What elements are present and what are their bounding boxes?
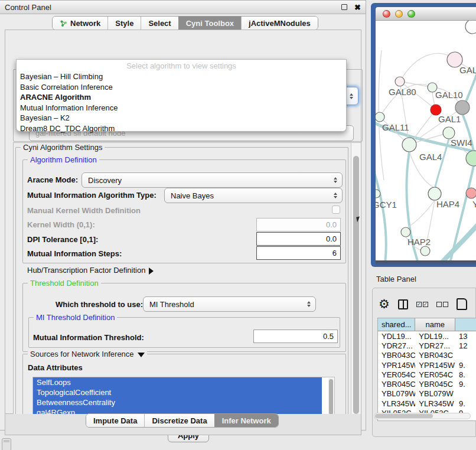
table-cell[interactable] [455, 351, 476, 360]
dpi-tolerance-field[interactable]: 0.0 [256, 232, 341, 246]
table-cell[interactable]: YBL079W [378, 389, 415, 399]
mi-threshold-field[interactable]: 0.5 [253, 330, 338, 343]
table-row[interactable]: YBL079WYBL079W [378, 389, 476, 399]
network-node[interactable] [376, 190, 380, 198]
hub-definition-toggle[interactable]: Hub/Transcription Factor Definition [27, 266, 154, 275]
tab-select[interactable]: Select [141, 17, 178, 30]
data-attributes-list[interactable]: SelfLoopsTopologicalCoefficientBetweenne… [32, 377, 335, 418]
table-cell[interactable]: 9. [455, 399, 476, 408]
network-node[interactable] [455, 100, 470, 115]
table-cell[interactable]: YLR345W [378, 399, 415, 408]
network-node[interactable] [402, 138, 416, 152]
mi-steps-field[interactable]: 6 [256, 246, 341, 260]
table-cell[interactable]: YDL19... [415, 331, 455, 341]
algorithm-option-bayesian-k2[interactable]: Bayesian – K2 [17, 113, 346, 123]
mi-steps-value: 6 [332, 249, 337, 257]
column-header-shared[interactable]: shared... [378, 318, 415, 331]
network-node[interactable] [428, 187, 441, 200]
tab-network[interactable]: Network [53, 17, 107, 30]
table-row[interactable]: YLR345WYLR345W9. [378, 399, 476, 408]
node-label-gal4: GAL4 [419, 152, 442, 162]
table-cell[interactable] [455, 389, 476, 399]
table-row[interactable]: YPR145WYPR145W9. [378, 360, 476, 370]
tab-cyni-toolbox[interactable]: Cyni Toolbox [178, 17, 241, 30]
algorithm-option-aracne-algorithm[interactable]: ARACNE Algorithm [17, 92, 346, 103]
tab-select-label: Select [148, 19, 171, 28]
table-row[interactable]: YBR043CYBR043C [378, 351, 476, 360]
table-cell[interactable]: YPR145W [378, 360, 415, 370]
table-cell[interactable]: YBR043C [378, 351, 415, 360]
node-label-hap2: HAP2 [407, 237, 431, 247]
mi-algorithm-type-label: Mutual Information Algorithm Type: [27, 191, 157, 200]
minimize-traffic-light[interactable] [395, 10, 403, 18]
table-cell[interactable]: YPR145W [415, 360, 455, 370]
table-panel-title: Table Panel [376, 275, 416, 283]
settings-vertical-scrollbar[interactable] [351, 143, 361, 424]
table-cell[interactable]: YBL079W [415, 389, 455, 399]
algorithm-option-dream8-dc-tdc-algorithm[interactable]: Dream8 DC_TDC Algorithm [17, 123, 346, 134]
column-header-2[interactable] [455, 318, 476, 331]
attribute-item-betweennesscentrality[interactable]: BetweennessCentrality [33, 397, 322, 407]
columns-icon[interactable] [398, 299, 408, 309]
tab-jactivemnodules-label: jActiveMNodules [249, 19, 311, 28]
table-cell[interactable]: YBR043C [415, 351, 455, 360]
table-cell[interactable]: 13 [455, 331, 476, 341]
table-cell[interactable]: YDR27... [378, 341, 415, 350]
mini-panel-icon[interactable] [2, 438, 11, 450]
network-node[interactable] [466, 188, 476, 198]
table-cell[interactable]: YER054C [415, 370, 455, 379]
tab-style[interactable]: Style [107, 17, 141, 30]
list-scrollbar[interactable] [328, 378, 334, 417]
table-body: YDL19...YDL19...13YDR27...YDR27...12YBR0… [378, 331, 476, 418]
close-icon[interactable]: ✖ [354, 4, 361, 11]
attribute-item-selfloops[interactable]: SelfLoops [33, 377, 322, 387]
unchecked-boxes-icon[interactable] [436, 302, 448, 307]
zoom-traffic-light[interactable] [407, 10, 415, 18]
tab-network-label: Network [70, 19, 100, 28]
network-node[interactable] [465, 21, 476, 34]
table-doc-icon[interactable] [457, 298, 467, 310]
table-cell[interactable]: YDL19... [378, 331, 415, 341]
table-cell[interactable]: YDR27... [415, 341, 455, 350]
table-cell[interactable]: YER054C [378, 370, 415, 379]
table-row[interactable]: YBR045CYBR045C9. [378, 379, 476, 389]
network-window-titlebar [376, 7, 476, 21]
table-row[interactable]: YER054CYER054C8. [378, 370, 476, 379]
mi-algorithm-type-combo[interactable]: Naive Bayes [164, 188, 343, 203]
algorithm-option-bayesian-hill-climbing[interactable]: Bayesian – Hill Climbing [17, 71, 346, 82]
network-node[interactable] [395, 77, 405, 86]
table-row[interactable]: YDR27...YDR27...12 [378, 341, 476, 350]
column-header-name[interactable]: name [415, 318, 455, 331]
table-row[interactable]: YDL19...YDL19...13 [378, 331, 476, 341]
network-node[interactable] [420, 246, 430, 256]
float-icon[interactable] [341, 4, 347, 10]
table-cell[interactable]: YBR045C [415, 379, 455, 389]
algorithm-option-mutual-information-inference[interactable]: Mutual Information Inference [17, 103, 346, 113]
aracne-mode-combo[interactable]: Discovery [81, 172, 343, 188]
tab-infer-network[interactable]: Infer Network [214, 414, 278, 427]
attribute-item-topologicalcoefficient[interactable]: TopologicalCoefficient [33, 387, 322, 397]
network-node[interactable] [376, 112, 384, 122]
network-edge [450, 166, 474, 260]
network-node[interactable] [443, 127, 455, 139]
table-cell[interactable]: 8. [455, 370, 476, 379]
gear-icon[interactable]: ⚙ [379, 298, 390, 310]
algorithm-option-basic-correlation-inference[interactable]: Basic Correlation Inference [17, 82, 346, 93]
kernel-width-label: Kernel Width (0,1): [27, 220, 95, 229]
tab-jactivemnodules[interactable]: jActiveMNodules [241, 17, 318, 30]
tab-impute-data[interactable]: Impute Data [86, 414, 144, 427]
table-cell[interactable]: 9. [455, 379, 476, 389]
table-cell[interactable]: 9. [455, 360, 476, 370]
tab-discretize-data[interactable]: Discretize Data [144, 414, 214, 427]
which-threshold-combo[interactable]: MI Threshold [143, 296, 316, 312]
table-horizontal-scrollbar[interactable] [374, 413, 471, 419]
hub-definition-label: Hub/Transcription Factor Definition [27, 266, 145, 275]
table-cell[interactable]: YBR045C [378, 379, 415, 389]
table-header-row: shared...name [378, 318, 476, 331]
network-node[interactable] [401, 227, 410, 237]
network-canvas[interactable]: GALGAL80GAL10GAL1GAL11GAL4SWI4GCY1HAP4YH… [376, 21, 476, 260]
checked-boxes-icon[interactable]: ✓✓ [416, 302, 428, 307]
table-cell[interactable]: 12 [455, 341, 476, 350]
table-cell[interactable]: YLR345W [415, 399, 455, 408]
close-traffic-light[interactable] [383, 10, 390, 18]
